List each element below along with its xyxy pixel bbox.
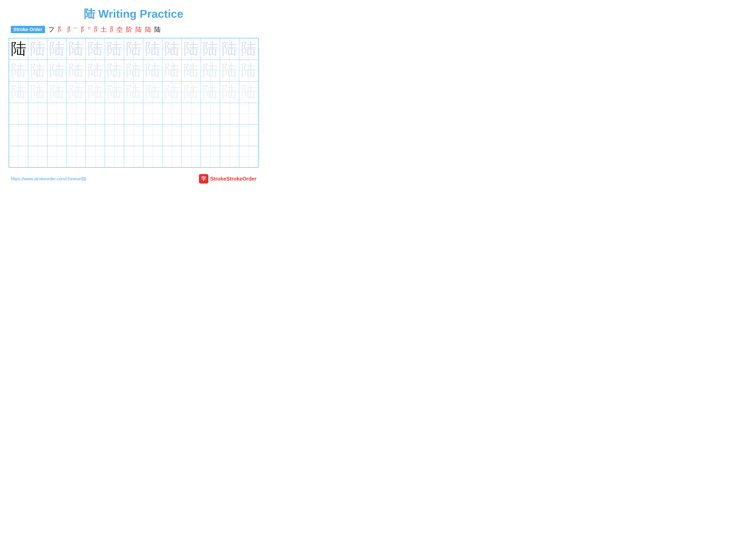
grid-cell-4-13[interactable]: [239, 103, 258, 124]
grid-cell-6-9[interactable]: [162, 146, 182, 167]
grid-cell-2-2[interactable]: 陆: [28, 60, 47, 81]
logo-text: StrokeStrokeOrder: [210, 176, 256, 182]
grid-cell-6-5[interactable]: [86, 146, 105, 167]
grid-cell-1-13[interactable]: 陆: [239, 38, 258, 60]
grid-cell-1-4[interactable]: 陆: [67, 38, 86, 60]
grid-cell-2-13[interactable]: 陆: [239, 60, 258, 81]
grid-cell-6-12[interactable]: [220, 146, 239, 167]
grid-cell-1-6[interactable]: 陆: [105, 38, 124, 60]
grid-row-2: 陆 陆 陆 陆 陆 陆 陆 陆 陆 陆 陆 陆 陆: [9, 60, 258, 81]
grid-cell-1-12[interactable]: 陆: [220, 38, 239, 60]
stroke-order-row: Stroke Order フ 阝 阝一 阝十 阝土 阝坴 阶 陆 陆 陆: [9, 26, 258, 33]
stroke-step-9: 陆: [145, 26, 151, 33]
grid-cell-2-7[interactable]: 陆: [124, 60, 143, 81]
grid-cell-5-3[interactable]: [47, 124, 67, 146]
grid-cell-6-7[interactable]: [124, 146, 143, 167]
grid-cell-2-9[interactable]: 陆: [162, 60, 182, 81]
grid-row-4: [9, 103, 258, 124]
grid-cell-2-3[interactable]: 陆: [47, 60, 67, 81]
page-title: 陆 Writing Practice: [9, 7, 258, 21]
stroke-step-8: 陆: [135, 26, 142, 33]
grid-cell-3-8[interactable]: 陆: [143, 81, 162, 103]
grid-cell-4-9[interactable]: [162, 103, 182, 124]
footer-logo: 字 StrokeStrokeOrder: [199, 174, 256, 184]
grid-cell-1-11[interactable]: 陆: [201, 38, 220, 60]
grid-cell-4-12[interactable]: [220, 103, 239, 124]
stroke-step-3: 阝一: [67, 26, 78, 33]
grid-cell-4-5[interactable]: [86, 103, 105, 124]
stroke-step-2: 阝: [58, 26, 64, 33]
grid-cell-5-5[interactable]: [86, 124, 105, 146]
grid-cell-3-5[interactable]: 陆: [86, 81, 105, 103]
grid-cell-6-4[interactable]: [67, 146, 86, 167]
grid-cell-6-13[interactable]: [239, 146, 258, 167]
footer-url[interactable]: https://www.strokeorder.com/chinese/陆: [11, 176, 86, 182]
grid-cell-5-1[interactable]: [9, 124, 28, 146]
grid-cell-2-11[interactable]: 陆: [201, 60, 220, 81]
char-dark: 陆: [11, 40, 26, 58]
grid-cell-2-6[interactable]: 陆: [105, 60, 124, 81]
grid-cell-1-1[interactable]: 陆: [9, 38, 28, 60]
grid-cell-1-5[interactable]: 陆: [86, 38, 105, 60]
grid-cell-4-1[interactable]: [9, 103, 28, 124]
grid-cell-5-10[interactable]: [182, 124, 201, 146]
grid-cell-1-9[interactable]: 陆: [162, 38, 182, 60]
stroke-step-1: フ: [48, 26, 55, 33]
logo-icon: 字: [199, 174, 208, 184]
grid-cell-3-4[interactable]: 陆: [67, 81, 86, 103]
grid-cell-6-3[interactable]: [47, 146, 67, 167]
grid-cell-4-7[interactable]: [124, 103, 143, 124]
grid-cell-4-3[interactable]: [47, 103, 67, 124]
grid-cell-4-2[interactable]: [28, 103, 47, 124]
grid-cell-3-12[interactable]: 陆: [220, 81, 239, 103]
grid-cell-6-6[interactable]: [105, 146, 124, 167]
grid-cell-2-10[interactable]: 陆: [182, 60, 201, 81]
grid-cell-2-4[interactable]: 陆: [67, 60, 86, 81]
grid-cell-3-11[interactable]: 陆: [201, 81, 220, 103]
grid-cell-1-8[interactable]: 陆: [143, 38, 162, 60]
grid-cell-2-12[interactable]: 陆: [220, 60, 239, 81]
grid-cell-1-3[interactable]: 陆: [47, 38, 67, 60]
grid-cell-1-2[interactable]: 陆: [28, 38, 47, 60]
grid-cell-3-3[interactable]: 陆: [47, 81, 67, 103]
grid-cell-5-4[interactable]: [67, 124, 86, 146]
grid-row-1: 陆 陆 陆 陆 陆 陆 陆 陆 陆 陆 陆 陆 陆: [9, 38, 258, 60]
grid-cell-5-7[interactable]: [124, 124, 143, 146]
grid-cell-5-9[interactable]: [162, 124, 182, 146]
grid-cell-5-2[interactable]: [28, 124, 47, 146]
grid-cell-5-6[interactable]: [105, 124, 124, 146]
footer: https://www.strokeorder.com/chinese/陆 字 …: [9, 174, 258, 184]
grid-cell-3-1[interactable]: 陆: [9, 81, 28, 103]
grid-cell-2-5[interactable]: 陆: [86, 60, 105, 81]
grid-cell-2-8[interactable]: 陆: [143, 60, 162, 81]
grid-row-5: [9, 124, 258, 146]
grid-cell-4-4[interactable]: [67, 103, 86, 124]
stroke-step-5: 阝土: [94, 26, 107, 33]
grid-cell-4-8[interactable]: [143, 103, 162, 124]
stroke-order-badge: Stroke Order: [11, 26, 45, 33]
grid-cell-3-2[interactable]: 陆: [28, 81, 47, 103]
grid-cell-3-6[interactable]: 陆: [105, 81, 124, 103]
practice-grid: 陆 陆 陆 陆 陆 陆 陆 陆 陆 陆 陆 陆 陆 陆 陆 陆 陆 陆 陆 陆 …: [9, 38, 258, 167]
grid-cell-1-7[interactable]: 陆: [124, 38, 143, 60]
grid-cell-3-7[interactable]: 陆: [124, 81, 143, 103]
grid-cell-5-12[interactable]: [220, 124, 239, 146]
stroke-step-4: 阝十: [81, 26, 91, 33]
grid-cell-6-8[interactable]: [143, 146, 162, 167]
grid-cell-5-13[interactable]: [239, 124, 258, 146]
grid-cell-6-1[interactable]: [9, 146, 28, 167]
grid-cell-3-13[interactable]: 陆: [239, 81, 258, 103]
grid-cell-6-10[interactable]: [182, 146, 201, 167]
grid-cell-4-6[interactable]: [105, 103, 124, 124]
grid-cell-6-11[interactable]: [201, 146, 220, 167]
grid-cell-4-10[interactable]: [182, 103, 201, 124]
grid-cell-3-10[interactable]: 陆: [182, 81, 201, 103]
grid-cell-4-11[interactable]: [201, 103, 220, 124]
grid-cell-2-1[interactable]: 陆: [9, 60, 28, 81]
grid-cell-3-9[interactable]: 陆: [162, 81, 182, 103]
grid-cell-6-2[interactable]: [28, 146, 47, 167]
grid-cell-1-10[interactable]: 陆: [182, 38, 201, 60]
stroke-step-10: 陆: [154, 26, 161, 33]
grid-cell-5-11[interactable]: [201, 124, 220, 146]
grid-cell-5-8[interactable]: [143, 124, 162, 146]
